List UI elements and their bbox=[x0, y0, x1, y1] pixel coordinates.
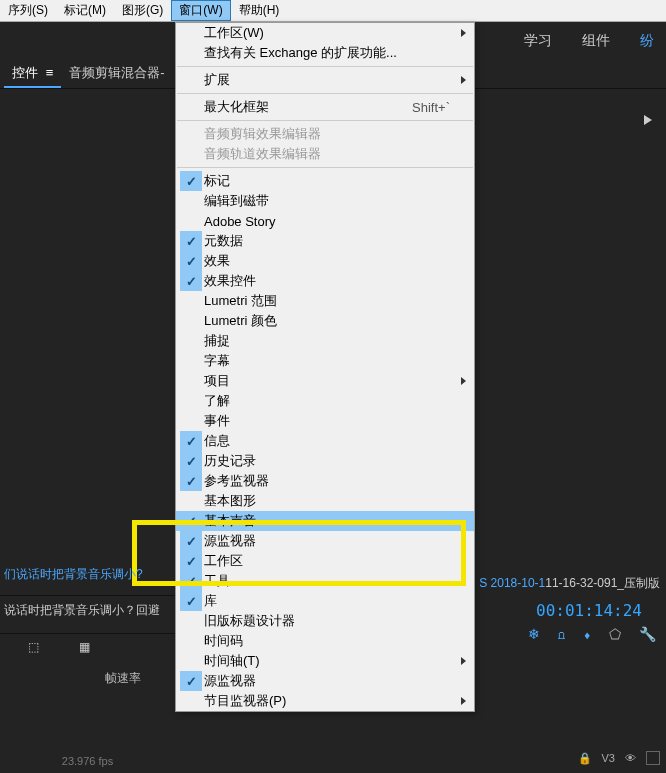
menu-item-label: 事件 bbox=[204, 412, 450, 430]
menu-item-label: 效果 bbox=[204, 252, 450, 270]
workspace-component[interactable]: 组件 bbox=[582, 32, 610, 50]
menu-item: 音频轨道效果编辑器 bbox=[176, 144, 474, 164]
panel-tab-effects-controls[interactable]: 控件 ≡ bbox=[4, 60, 61, 88]
menu-item[interactable]: ✓工作区 bbox=[176, 551, 474, 571]
check-icon bbox=[180, 391, 202, 411]
framerate-value: 23.976 fps bbox=[0, 687, 175, 767]
new-item-icon[interactable]: ▦ bbox=[79, 640, 90, 654]
project-item-active[interactable]: 们说话时把背景音乐调小? bbox=[0, 560, 175, 595]
check-icon: ✓ bbox=[180, 471, 202, 491]
menu-item-label: 参考监视器 bbox=[204, 472, 450, 490]
check-icon bbox=[180, 351, 202, 371]
menu-item[interactable]: ✓效果 bbox=[176, 251, 474, 271]
menu-item-label: 基本图形 bbox=[204, 492, 450, 510]
menu-item[interactable]: 编辑到磁带 bbox=[176, 191, 474, 211]
workspace-extra[interactable]: 纷 bbox=[640, 32, 654, 50]
project-item[interactable]: 说话时把背景音乐调小？回避 bbox=[0, 595, 175, 633]
check-icon bbox=[180, 651, 202, 671]
menu-item[interactable]: 最大化框架Shift+` bbox=[176, 97, 474, 117]
menu-sequence[interactable]: 序列(S) bbox=[0, 0, 56, 21]
check-icon: ✓ bbox=[180, 511, 202, 531]
panel-menu-icon[interactable]: ≡ bbox=[46, 65, 54, 80]
menu-item[interactable]: 基本图形 bbox=[176, 491, 474, 511]
menu-item-label: 元数据 bbox=[204, 232, 450, 250]
menu-item-label: 音频轨道效果编辑器 bbox=[204, 145, 450, 163]
magnet-icon[interactable]: ⩍ bbox=[558, 626, 565, 642]
check-icon: ✓ bbox=[180, 231, 202, 251]
check-icon bbox=[180, 211, 202, 231]
menu-item[interactable]: ✓标记 bbox=[176, 171, 474, 191]
check-icon: ✓ bbox=[180, 171, 202, 191]
menu-item[interactable]: ✓参考监视器 bbox=[176, 471, 474, 491]
panel-tab-audio-mixer[interactable]: 音频剪辑混合器- bbox=[61, 60, 172, 88]
menu-item[interactable]: ✓基本声音 bbox=[176, 511, 474, 531]
track-label[interactable]: V3 bbox=[602, 752, 615, 764]
menu-item-label: 时间码 bbox=[204, 632, 450, 650]
check-icon: ✓ bbox=[180, 571, 202, 591]
check-icon bbox=[180, 291, 202, 311]
menu-item-label: 查找有关 Exchange 的扩展功能... bbox=[204, 44, 450, 62]
menu-item-label: 源监视器 bbox=[204, 672, 450, 690]
track-header: 🔒 V3 👁 bbox=[578, 751, 660, 765]
menu-help[interactable]: 帮助(H) bbox=[231, 0, 288, 21]
menu-item[interactable]: 字幕 bbox=[176, 351, 474, 371]
bin-icon[interactable]: ⬚ bbox=[28, 640, 39, 654]
menu-item[interactable]: 时间码 bbox=[176, 631, 474, 651]
shield-icon[interactable]: ⬠ bbox=[609, 626, 621, 642]
menu-item[interactable]: ✓历史记录 bbox=[176, 451, 474, 471]
check-icon bbox=[180, 411, 202, 431]
menu-item[interactable]: 工作区(W) bbox=[176, 23, 474, 43]
menu-item[interactable]: ✓源监视器 bbox=[176, 671, 474, 691]
check-icon: ✓ bbox=[180, 271, 202, 291]
menu-item[interactable]: ✓库 bbox=[176, 591, 474, 611]
menu-item[interactable]: 捕捉 bbox=[176, 331, 474, 351]
menu-graphics[interactable]: 图形(G) bbox=[114, 0, 171, 21]
timeline-tools: ❄ ⩍ ⬧ ⬠ 🔧 bbox=[528, 626, 656, 642]
menu-item[interactable]: ✓源监视器 bbox=[176, 531, 474, 551]
snap-icon[interactable]: ❄ bbox=[528, 626, 540, 642]
eye-icon[interactable]: 👁 bbox=[625, 752, 636, 764]
menu-item[interactable]: Adobe Story bbox=[176, 211, 474, 231]
menu-item[interactable]: Lumetri 颜色 bbox=[176, 311, 474, 331]
menu-item-label: 源监视器 bbox=[204, 532, 450, 550]
check-icon bbox=[180, 70, 202, 90]
menu-item-label: 工作区 bbox=[204, 552, 450, 570]
menu-item-label: 工作区(W) bbox=[204, 24, 450, 42]
workspace-learn[interactable]: 学习 bbox=[524, 32, 552, 50]
lock-icon[interactable]: 🔒 bbox=[578, 752, 592, 765]
menu-item-label: 字幕 bbox=[204, 352, 450, 370]
menu-item[interactable]: ✓效果控件 bbox=[176, 271, 474, 291]
menu-marker[interactable]: 标记(M) bbox=[56, 0, 114, 21]
menu-item[interactable]: 节目监视器(P) bbox=[176, 691, 474, 711]
menu-item[interactable]: 事件 bbox=[176, 411, 474, 431]
menu-item[interactable]: ✓信息 bbox=[176, 431, 474, 451]
check-icon: ✓ bbox=[180, 251, 202, 271]
check-icon bbox=[180, 631, 202, 651]
menu-item-label: 库 bbox=[204, 592, 450, 610]
wrench-icon[interactable]: 🔧 bbox=[639, 626, 656, 642]
check-icon bbox=[180, 23, 202, 43]
timecode[interactable]: 00:01:14:24 bbox=[536, 601, 642, 620]
menu-item[interactable]: 查找有关 Exchange 的扩展功能... bbox=[176, 43, 474, 63]
menu-item[interactable]: Lumetri 范围 bbox=[176, 291, 474, 311]
menu-item[interactable]: ✓元数据 bbox=[176, 231, 474, 251]
menu-item[interactable]: 扩展 bbox=[176, 70, 474, 90]
play-icon[interactable] bbox=[644, 115, 652, 125]
menu-item-label: 最大化框架 bbox=[204, 98, 402, 116]
check-icon: ✓ bbox=[180, 671, 202, 691]
menu-item-label: 节目监视器(P) bbox=[204, 692, 450, 710]
clip-filename: S 2018-10-111-16-32-091_压制版 bbox=[479, 575, 660, 592]
check-icon bbox=[180, 491, 202, 511]
menu-item-label: 扩展 bbox=[204, 71, 450, 89]
menu-item-label: 基本声音 bbox=[204, 512, 450, 530]
menu-item[interactable]: ✓工具 bbox=[176, 571, 474, 591]
menu-item-label: 项目 bbox=[204, 372, 450, 390]
menu-window[interactable]: 窗口(W) bbox=[171, 0, 230, 21]
marker-icon[interactable]: ⬧ bbox=[583, 626, 591, 642]
menu-item[interactable]: 了解 bbox=[176, 391, 474, 411]
menu-item[interactable]: 旧版标题设计器 bbox=[176, 611, 474, 631]
check-icon bbox=[180, 191, 202, 211]
menu-item[interactable]: 项目 bbox=[176, 371, 474, 391]
track-toggle[interactable] bbox=[646, 751, 660, 765]
menu-item[interactable]: 时间轴(T) bbox=[176, 651, 474, 671]
